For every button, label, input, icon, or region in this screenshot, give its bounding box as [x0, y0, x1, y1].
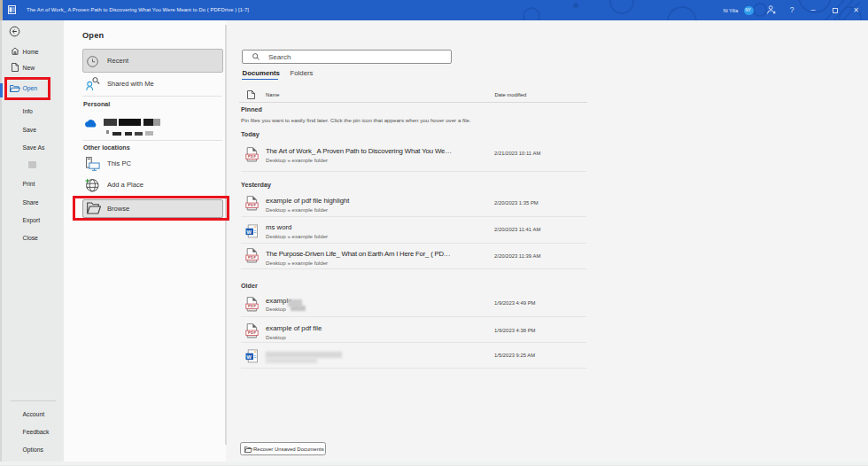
- svg-text:PDF: PDF: [248, 304, 256, 308]
- svg-text:PDF: PDF: [248, 255, 256, 260]
- svg-text:PDF: PDF: [248, 154, 256, 159]
- svg-text:W: W: [247, 229, 252, 234]
- svg-text:PDF: PDF: [248, 203, 256, 207]
- svg-text:PDF: PDF: [248, 330, 256, 335]
- svg-text:W: W: [247, 353, 252, 359]
